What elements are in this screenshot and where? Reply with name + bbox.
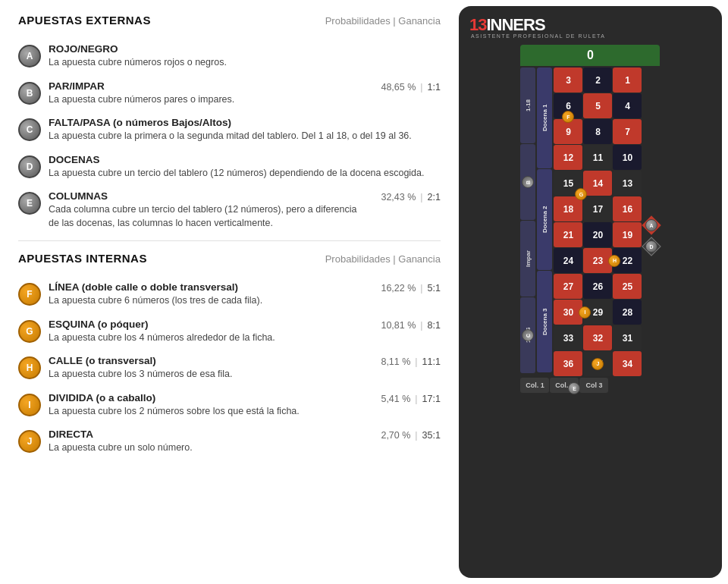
bet-title-h: CALLE (o transversal) [49, 355, 369, 366]
number-cell-17[interactable]: 17 [583, 196, 612, 221]
number-row-1: 6F54 [554, 93, 642, 118]
number-cell-21[interactable]: 21 [554, 222, 582, 247]
logo: 13INNERS ASISTENTE PROFESIONAL DE RULETA [469, 15, 606, 39]
bet-title-b: PAR/IMPAR [49, 80, 369, 92]
docena-docena3[interactable]: Docena 3 [537, 271, 552, 372]
vert-label-1-18[interactable]: 1-18 [520, 68, 535, 143]
logo-title-row: 13INNERS [469, 15, 606, 35]
chip-h: H [608, 255, 620, 267]
number-cell-12[interactable]: 12 [554, 145, 582, 170]
number-row-0: 321 [554, 68, 642, 93]
logo-wrapper: 13INNERS ASISTENTE PROFESIONAL DE RULETA [469, 15, 606, 39]
number-cell-32[interactable]: 32 [583, 325, 612, 350]
number-cell-33[interactable]: 33 [554, 325, 582, 350]
number-cell-15[interactable]: 15G [554, 171, 582, 196]
bet-title-f: LÍNEA (doble calle o doble transversal) [49, 281, 369, 293]
bet-icon-e: E [18, 192, 41, 215]
diamond-a[interactable]: A [642, 215, 661, 234]
number-cell-14[interactable]: 14 [583, 171, 612, 196]
number-cell-28[interactable]: 28 [613, 300, 642, 325]
vert-label-19-36[interactable]: 19-36C [520, 297, 535, 373]
bet-desc-c: La apuesta cubre la primera o la segunda… [49, 130, 441, 143]
docena-docena1[interactable]: Docena 1 [537, 68, 552, 168]
bet-item-i: IDIVIDIDA (o a caballo)La apuesta cubre … [18, 392, 441, 419]
bet-icon-j: J [18, 430, 41, 453]
logo-prefix: 13INNERS [469, 15, 545, 35]
diamond-d[interactable]: D [642, 237, 661, 256]
number-cell-25[interactable]: 25 [613, 274, 642, 299]
bet-content-f: LÍNEA (doble calle o doble transversal)L… [49, 281, 369, 308]
chip-j: J [592, 358, 604, 370]
number-cell-16[interactable]: 16 [613, 196, 642, 221]
chip-f: F [562, 111, 574, 123]
number-cell-1[interactable]: 1 [613, 68, 642, 93]
number-row-10: 333231 [554, 325, 642, 350]
bet-desc-a: La apuesta cubre números rojos o negros. [49, 56, 441, 70]
bet-icon-h: H [18, 356, 41, 379]
number-cell-5[interactable]: 5 [583, 93, 612, 118]
main-board-area: 1-18ParBImpar19-36CDocena 1Docena 2Docen… [520, 68, 660, 376]
number-cell-8[interactable]: 8 [583, 119, 612, 144]
col-row: Col. 1Col. 2ECol 3 [520, 378, 660, 393]
board-wrapper: 01-18ParBImpar19-36CDocena 1Docena 2Doce… [520, 45, 660, 393]
docena-docena2[interactable]: Docena 2 [537, 169, 552, 270]
external-prob-header: Probabilidades | Ganancia [325, 15, 441, 27]
number-cell-6[interactable]: 6F [554, 93, 582, 118]
bet-desc-e: Cada columna cubre un tercio del tablero… [49, 203, 369, 230]
col-label-2[interactable]: Col. 2E [550, 378, 579, 393]
bet-content-j: DIRECTALa apuesta cubre un solo número. [49, 429, 369, 455]
bet-prob-b: 48,65 %|1:1 [381, 82, 441, 93]
bet-icon-f: F [18, 283, 41, 306]
bet-item-e: ECOLUMNASCada columna cubre un tercio de… [18, 190, 441, 230]
vert-label-impar[interactable]: Impar [520, 221, 535, 297]
number-cell-11[interactable]: 11 [583, 145, 612, 170]
number-cell-27[interactable]: 27 [554, 274, 582, 299]
bet-prob-f: 16,22 %|5:1 [381, 283, 441, 294]
bet-title-j: DIRECTA [49, 429, 369, 440]
section-divider [18, 240, 441, 241]
bet-desc-b: La apuesta cubre números pares o impares… [49, 93, 369, 107]
bet-desc-j: La apuesta cubre un solo número. [49, 441, 369, 455]
bet-icon-b: B [18, 82, 41, 105]
number-cell-34[interactable]: 34 [613, 351, 642, 376]
number-cell-22[interactable]: 22H [613, 248, 642, 273]
bet-icon-d: D [18, 155, 41, 178]
col-label-3[interactable]: Col 3 [579, 378, 608, 393]
number-row-7: 242322H [554, 248, 642, 273]
col-label-1[interactable]: Col. 1 [520, 378, 549, 393]
bet-content-d: DOCENASLa apuesta cubre un tercio del ta… [49, 154, 441, 181]
bet-item-d: DDOCENASLa apuesta cubre un tercio del t… [18, 154, 441, 181]
number-row-6: 212019 [554, 222, 642, 247]
number-cell-24[interactable]: 24 [554, 248, 582, 273]
number-cell-29[interactable]: 29I [583, 300, 612, 325]
bet-title-g: ESQUINA (o póquer) [49, 319, 369, 330]
bet-prob-h: 8,11 %|11:1 [381, 356, 441, 367]
bet-desc-f: La apuesta cubre 6 números (los tres de … [49, 294, 369, 308]
number-cell-10[interactable]: 10 [613, 145, 642, 170]
number-cell-2[interactable]: 2 [583, 68, 612, 93]
number-cell-13[interactable]: 13 [613, 171, 642, 196]
bet-item-a: AROJO/NEGROLa apuesta cubre números rojo… [18, 43, 441, 70]
bet-icon-c: C [18, 118, 41, 141]
number-cell-35[interactable]: 35J [583, 351, 612, 376]
number-cell-31[interactable]: 31 [613, 325, 642, 350]
number-cell-36[interactable]: 36 [554, 351, 582, 376]
number-cell-26[interactable]: 26 [583, 274, 612, 299]
bet-title-i: DIVIDIDA (o a caballo) [49, 392, 369, 403]
number-cell-20[interactable]: 20 [583, 222, 612, 247]
number-cell-18[interactable]: 18 [554, 196, 582, 221]
internal-section-header: APUESTAS INTERNAS Probabilidades | Ganan… [18, 252, 441, 272]
bet-item-c: CFALTA/PASA (o números Bajos/Altos)La ap… [18, 117, 441, 143]
bet-title-d: DOCENAS [49, 154, 441, 165]
chip-i: I [579, 306, 591, 319]
number-cell-4[interactable]: 4 [613, 93, 642, 118]
number-grid: 3216F5498712111015G141318171621201924232… [554, 68, 642, 376]
bet-prob-e: 32,43 %|2:1 [381, 192, 441, 203]
vert-label-par[interactable]: ParB [520, 144, 535, 220]
number-cell-7[interactable]: 7 [613, 119, 642, 144]
bet-title-a: ROJO/NEGRO [49, 43, 441, 55]
bet-content-e: COLUMNASCada columna cubre un tercio del… [49, 190, 369, 230]
number-cell-3[interactable]: 3 [554, 68, 582, 93]
number-row-8: 272625 [554, 274, 642, 299]
number-cell-19[interactable]: 19 [613, 222, 642, 247]
